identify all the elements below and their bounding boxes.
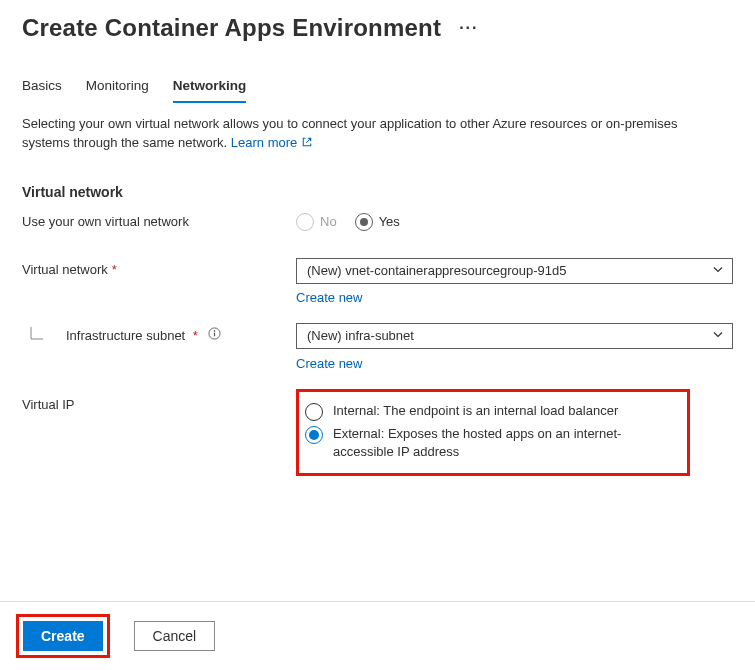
create-button[interactable]: Create xyxy=(23,621,103,651)
virtual-ip-external-text: External: Exposes the hosted apps on an … xyxy=(333,425,677,461)
create-button-highlight-box: Create xyxy=(16,614,110,658)
virtual-ip-highlight-box: Internal: The endpoint is an internal lo… xyxy=(296,389,690,476)
footer-bar: Create Cancel xyxy=(0,601,755,670)
virtual-network-select[interactable]: (New) vnet-containerappresourcegroup-91d… xyxy=(296,258,733,284)
create-new-subnet-link[interactable]: Create new xyxy=(296,356,362,371)
svg-rect-2 xyxy=(213,332,214,336)
virtual-ip-internal-option[interactable]: Internal: The endpoint is an internal lo… xyxy=(305,402,677,421)
external-link-icon xyxy=(301,135,313,154)
tab-networking[interactable]: Networking xyxy=(173,74,247,103)
learn-more-link[interactable]: Learn more xyxy=(231,135,313,150)
cancel-button[interactable]: Cancel xyxy=(134,621,216,651)
required-asterisk: * xyxy=(112,262,117,277)
required-asterisk: * xyxy=(193,328,198,343)
use-own-vnet-no[interactable]: No xyxy=(296,213,337,231)
tab-monitoring[interactable]: Monitoring xyxy=(86,74,149,103)
create-new-vnet-link[interactable]: Create new xyxy=(296,290,362,305)
tab-basics[interactable]: Basics xyxy=(22,74,62,103)
radio-label-no: No xyxy=(320,214,337,229)
chevron-down-icon xyxy=(712,263,724,278)
intro-text: Selecting your own virtual network allow… xyxy=(22,115,722,154)
radio-label-yes: Yes xyxy=(379,214,400,229)
intro-body: Selecting your own virtual network allow… xyxy=(22,116,677,150)
virtual-network-label: Virtual network xyxy=(22,262,108,277)
virtual-ip-external-option[interactable]: External: Exposes the hosted apps on an … xyxy=(305,425,677,461)
chevron-down-icon xyxy=(712,328,724,343)
tree-connector-icon xyxy=(28,327,46,350)
virtual-ip-label: Virtual IP xyxy=(22,389,296,412)
tab-bar: Basics Monitoring Networking xyxy=(22,74,733,103)
virtual-ip-internal-text: Internal: The endpoint is an internal lo… xyxy=(333,402,618,420)
page-title: Create Container Apps Environment xyxy=(22,14,441,42)
infrastructure-subnet-label: Infrastructure subnet xyxy=(66,328,185,343)
virtual-network-value: (New) vnet-containerappresourcegroup-91d… xyxy=(307,263,566,278)
use-own-vnet-yes[interactable]: Yes xyxy=(355,213,400,231)
infrastructure-subnet-value: (New) infra-subnet xyxy=(307,328,414,343)
more-actions-icon[interactable]: ··· xyxy=(459,19,478,37)
info-icon[interactable] xyxy=(208,327,221,340)
infrastructure-subnet-select[interactable]: (New) infra-subnet xyxy=(296,323,733,349)
svg-point-1 xyxy=(213,330,215,332)
section-virtual-network-heading: Virtual network xyxy=(22,184,733,200)
use-own-vnet-label: Use your own virtual network xyxy=(22,210,296,229)
